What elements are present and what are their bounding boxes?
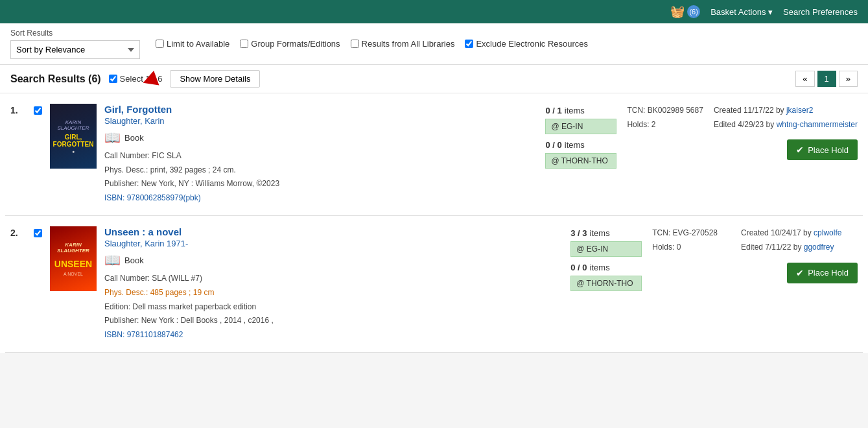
phys-desc-2: Phys. Desc.: 485 pages ; 19 cm (104, 286, 560, 300)
availability-1: 0 / 1 items @ EG-IN 0 / 0 items @ THORN-… (545, 104, 616, 169)
book-icon-2: 📖 (104, 252, 121, 268)
sort-select[interactable]: Sort by Relevance Sort by Title Sort by … (10, 40, 140, 59)
tcn-col-1: TCN: BK002989 5687 Holds: 2 (627, 104, 703, 132)
call-number-1: Call Number: FIC SLA (104, 149, 535, 163)
show-more-details-button[interactable]: Show More Details (170, 70, 260, 88)
item-title-1[interactable]: Girl, Forgotten (104, 104, 172, 115)
table-row: 1. KARINSLAUGHTER GIRL,FORGOTTEN ● Girl,… (5, 93, 863, 216)
checkmark-icon-2: ✔ (796, 268, 804, 278)
avail-location-1b: @ THORN-THO (545, 153, 616, 169)
filter-all-libraries-checkbox[interactable] (351, 40, 359, 48)
holds-2: Holds: 0 (652, 241, 718, 255)
basket-button[interactable]: 🧺 (6) (670, 5, 700, 19)
publisher-1: Publisher: New York, NY : Williams Morro… (104, 177, 535, 191)
item-number-2: 2. (10, 226, 26, 238)
edited-1: Edited 4/29/23 by whtng-chammermeister (714, 118, 858, 132)
avail-location-1a: @ EG-IN (545, 119, 616, 134)
item-row-data-1: Girl, Forgotten Slaughter, Karin 📖 Book … (104, 104, 858, 205)
sort-label: Sort Results (10, 29, 140, 38)
availability-2: 3 / 3 items @ EG-IN 0 / 0 items @ THORN-… (570, 226, 642, 291)
place-hold-button-2[interactable]: ✔ Place Hold (787, 263, 858, 283)
call-number-2: Call Number: SLA (WILL #7) (104, 272, 560, 286)
item-details-1: Girl, Forgotten Slaughter, Karin 📖 Book … (104, 104, 535, 205)
results-header: Search Results (6) Select 1 - 6 Show Mor… (0, 65, 868, 93)
filter-exclude-electronic[interactable]: Exclude Electronic Resources (465, 39, 588, 49)
right-col-1: Created 11/17/22 by jkaiser2 Edited 4/29… (714, 104, 858, 160)
created-col-2: Created 10/24/17 by cplwolfe Edited 7/11… (741, 226, 858, 254)
page-current-button[interactable]: 1 (817, 71, 836, 87)
toolbar: Sort Results Sort by Relevance Sort by T… (0, 23, 868, 65)
search-preferences-button[interactable]: Search Preferences (783, 7, 858, 17)
format-label-1: Book (124, 133, 144, 143)
avail-row-2a: 3 / 3 items (570, 226, 642, 240)
editor-link-2[interactable]: ggodfrey (804, 243, 834, 252)
filter-limit-available[interactable]: Limit to Available (156, 39, 229, 49)
checkmark-icon-1: ✔ (796, 145, 804, 155)
isbn-2[interactable]: ISBN: 9781101887462 (104, 330, 183, 339)
item-author-2[interactable]: Slaughter, Karin 1971- (104, 239, 560, 248)
place-hold-button-1[interactable]: ✔ Place Hold (787, 139, 858, 160)
basket-count: (6) (687, 5, 700, 18)
item-meta-2: Call Number: SLA (WILL #7) Phys. Desc.: … (104, 272, 560, 342)
item-details-2: Unseen : a novel Slaughter, Karin 1971- … (104, 226, 560, 342)
item-number-1: 1. (10, 104, 26, 115)
phys-desc-1: Phys. Desc.: print, 392 pages ; 24 cm. (104, 163, 535, 178)
publisher-2: Publisher: New York : Dell Books , 2014 … (104, 314, 560, 328)
page-next-button[interactable]: » (839, 71, 858, 87)
holds-1: Holds: 2 (627, 118, 703, 132)
filter-exclude-checkbox[interactable] (465, 40, 473, 48)
created-col-1: Created 11/17/22 by jkaiser2 Edited 4/29… (714, 104, 858, 132)
avail-location-2b: @ THORN-THO (570, 276, 642, 291)
avail-location-2a: @ EG-IN (570, 241, 642, 257)
item-row-data-2: Unseen : a novel Slaughter, Karin 1971- … (104, 226, 858, 342)
item-format-2: 📖 Book (104, 252, 560, 268)
editor-link-1[interactable]: whtng-chammermeister (777, 120, 858, 129)
edition-2: Edition: Dell mass market paperback edit… (104, 300, 560, 315)
item-author-1[interactable]: Slaughter, Karin (104, 116, 535, 126)
table-row: 2. KARINSLAUGHTER UNSEEN A NOVEL Unseen … (5, 216, 863, 353)
sort-section: Sort Results Sort by Relevance Sort by T… (10, 29, 140, 59)
filter-options: Limit to Available Group Formats/Edition… (156, 39, 588, 49)
creator-link-1[interactable]: jkaiser2 (786, 106, 813, 115)
avail-row-1a: 0 / 1 items (545, 104, 616, 117)
avail-row-2b: 0 / 0 items (570, 261, 642, 274)
book-cover-2: KARINSLAUGHTER UNSEEN A NOVEL (50, 226, 97, 291)
top-bar: 🧺 (6) Basket Actions ▾ Search Preference… (0, 0, 868, 23)
results-list: 1. KARINSLAUGHTER GIRL,FORGOTTEN ● Girl,… (0, 93, 868, 353)
created-2: Created 10/24/17 by cplwolfe (741, 226, 858, 241)
avail-row-1b: 0 / 0 items (545, 138, 616, 152)
basket-actions-button[interactable]: Basket Actions ▾ (710, 7, 773, 17)
select-all-checkbox[interactable] (109, 75, 117, 83)
item-title-2[interactable]: Unseen : a novel (104, 226, 182, 237)
filter-group-checkbox[interactable] (240, 40, 248, 48)
item-checkbox-2[interactable] (34, 226, 42, 239)
basket-icon: 🧺 (670, 5, 685, 19)
isbn-1[interactable]: ISBN: 9780062858979(pbk) (104, 193, 201, 202)
book-icon-1: 📖 (104, 130, 121, 145)
tcn-col-2: TCN: EVG-270528 Holds: 0 (652, 226, 718, 254)
created-1: Created 11/17/22 by jkaiser2 (714, 104, 858, 118)
edited-2: Edited 7/11/22 by ggodfrey (741, 241, 858, 255)
pagination: « 1 » (795, 71, 858, 87)
format-label-2: Book (124, 256, 144, 265)
page-prev-button[interactable]: « (795, 71, 814, 87)
filter-all-libraries[interactable]: Results from All Libraries (351, 39, 455, 49)
filter-group-formats[interactable]: Group Formats/Editions (240, 39, 340, 49)
book-cover-1: KARINSLAUGHTER GIRL,FORGOTTEN ● (50, 104, 97, 169)
filter-limit-checkbox[interactable] (156, 40, 164, 48)
item-meta-1: Call Number: FIC SLA Phys. Desc.: print,… (104, 149, 535, 205)
item-format-1: 📖 Book (104, 130, 535, 145)
creator-link-2[interactable]: cplwolfe (814, 228, 841, 237)
right-col-2: Created 10/24/17 by cplwolfe Edited 7/11… (728, 226, 858, 283)
item-checkbox-1[interactable] (34, 104, 42, 117)
results-title: Search Results (6) (10, 73, 101, 85)
tcn-1: TCN: BK002989 5687 (627, 104, 703, 118)
tcn-2: TCN: EVG-270528 (652, 226, 718, 241)
